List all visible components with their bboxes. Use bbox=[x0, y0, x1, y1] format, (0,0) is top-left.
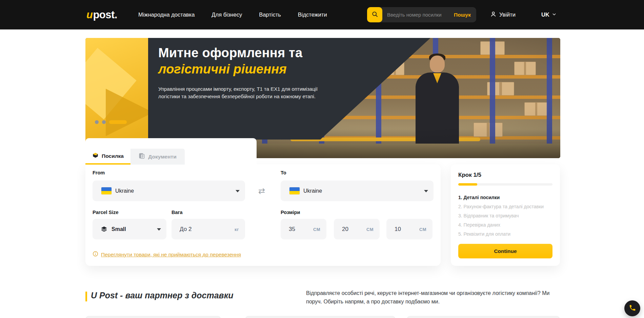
to-select[interactable]: Ukraine bbox=[281, 181, 434, 201]
continue-button[interactable]: Continue bbox=[458, 244, 552, 258]
carousel-active-indicator[interactable] bbox=[109, 120, 127, 124]
heading-accent-bar bbox=[85, 292, 87, 301]
tracking-search: Пошук bbox=[367, 7, 476, 22]
tab-documents[interactable]: Документи bbox=[130, 149, 185, 165]
direction-card[interactable] bbox=[407, 316, 560, 318]
parcel-icon bbox=[92, 152, 99, 160]
direction-card[interactable] bbox=[245, 316, 396, 318]
dimension-unit: СМ bbox=[313, 227, 320, 232]
nav-link-business[interactable]: Для бізнесу bbox=[212, 12, 242, 18]
search-icon bbox=[371, 11, 378, 19]
ukraine-flag-icon bbox=[101, 187, 112, 194]
tab-shelf: Посилка Документи bbox=[85, 138, 257, 165]
dimensions-label: Розміри bbox=[281, 210, 300, 215]
package-shape bbox=[106, 89, 153, 136]
dimension-width-field: СМ bbox=[334, 219, 380, 239]
logo[interactable]: u post. bbox=[86, 0, 117, 29]
search-submit-button[interactable]: Пошук bbox=[452, 12, 476, 18]
steps-panel: Крок 1/5 1. Деталі посилки 2. Рахунок-фа… bbox=[451, 164, 560, 266]
phone-contact-button[interactable] bbox=[624, 300, 640, 316]
swap-direction-icon[interactable]: ⇄ bbox=[258, 186, 265, 196]
step-item-3: 3. Відправник та отримувач bbox=[458, 211, 552, 220]
chevron-down-icon bbox=[552, 12, 557, 18]
nav-link-pricing[interactable]: Вартість bbox=[259, 12, 281, 18]
step-item-4: 4. Перевірка даних bbox=[458, 220, 552, 230]
tab-parcel[interactable]: Посилка bbox=[85, 149, 130, 165]
weight-input[interactable] bbox=[172, 226, 245, 233]
parcel-size-value: Small bbox=[112, 226, 126, 232]
hero-title-line2: логістичні рішення bbox=[158, 61, 348, 77]
caret-down-icon bbox=[157, 228, 161, 231]
parcel-size-label: Parcel Size bbox=[93, 210, 119, 215]
from-select[interactable]: Ukraine bbox=[93, 181, 245, 201]
step-item-2: 2. Рахунок-фактура та деталі доставки bbox=[458, 202, 552, 211]
layers-icon bbox=[101, 226, 107, 233]
phone-icon bbox=[629, 304, 636, 313]
info-icon bbox=[93, 251, 98, 258]
carousel-dot[interactable] bbox=[95, 120, 99, 124]
user-icon bbox=[490, 11, 497, 19]
step-item-1: 1. Деталі посилки bbox=[458, 193, 552, 202]
weight-field: кг bbox=[172, 219, 245, 239]
from-label: From bbox=[93, 170, 105, 175]
nav-link-track[interactable]: Відстежити bbox=[298, 12, 327, 18]
steps-list: 1. Деталі посилки 2. Рахунок-фактура та … bbox=[458, 193, 552, 239]
caret-down-icon bbox=[424, 190, 428, 192]
section-description: Відправляєте особисті речі, керуєте інте… bbox=[306, 289, 565, 306]
hero-subtitle: Управління процесами імпорту, експорту, … bbox=[158, 85, 329, 100]
from-value: Ukraine bbox=[115, 188, 134, 194]
progress-bar bbox=[458, 183, 552, 186]
progress-fill bbox=[458, 183, 477, 186]
language-selector[interactable]: UK bbox=[541, 0, 557, 29]
caret-down-icon bbox=[236, 190, 240, 192]
dimension-length-field: СМ bbox=[281, 219, 326, 239]
direction-card[interactable] bbox=[85, 316, 221, 318]
nav-link-international[interactable]: Міжнародна доставка bbox=[138, 12, 195, 18]
dimension-height-field: СМ bbox=[386, 219, 432, 239]
weight-label: Вага bbox=[172, 210, 183, 215]
weight-unit: кг bbox=[235, 227, 239, 232]
restricted-items-link[interactable]: Переглянути товари, які не приймаються д… bbox=[93, 251, 241, 258]
carousel-indicators bbox=[95, 120, 127, 124]
logo-text: post. bbox=[93, 9, 117, 21]
dimension-unit: СМ bbox=[419, 227, 426, 232]
main-nav: Міжнародна доставка Для бізнесу Вартість… bbox=[138, 0, 327, 29]
step-item-5: 5. Реквізити для оплати bbox=[458, 230, 552, 239]
tab-parcel-label: Посилка bbox=[102, 153, 124, 159]
dimension-unit: СМ bbox=[366, 227, 374, 232]
documents-icon bbox=[139, 153, 145, 161]
shipment-form-card: From Ukraine ⇄ To Ukraine Parcel Size Sm… bbox=[85, 164, 441, 266]
logo-accent: u bbox=[86, 9, 93, 21]
to-value: Ukraine bbox=[303, 188, 322, 194]
search-icon-button[interactable] bbox=[367, 7, 382, 22]
tab-documents-label: Документи bbox=[148, 154, 176, 160]
ukraine-flag-icon bbox=[289, 187, 300, 194]
login-label: Увійти bbox=[499, 12, 516, 18]
parcel-size-select[interactable]: Small bbox=[93, 219, 166, 239]
to-label: To bbox=[281, 170, 286, 175]
steps-title: Крок 1/5 bbox=[458, 172, 552, 178]
restricted-items-link-label: Переглянути товари, які не приймаються д… bbox=[101, 252, 241, 258]
carousel-dot[interactable] bbox=[102, 120, 106, 124]
hero-text-block: Митне оформлення та логістичні рішення У… bbox=[158, 45, 348, 100]
hero-title-line1: Митне оформлення та bbox=[158, 45, 348, 61]
login-button[interactable]: Увійти bbox=[490, 0, 516, 29]
language-code: UK bbox=[541, 12, 549, 18]
search-input[interactable] bbox=[382, 12, 452, 18]
shipment-tabs: Посилка Документи bbox=[85, 149, 185, 165]
top-navbar: u post. Міжнародна доставка Для бізнесу … bbox=[0, 0, 644, 29]
section-heading: U Post - ваш партнер з доставки bbox=[91, 291, 234, 300]
